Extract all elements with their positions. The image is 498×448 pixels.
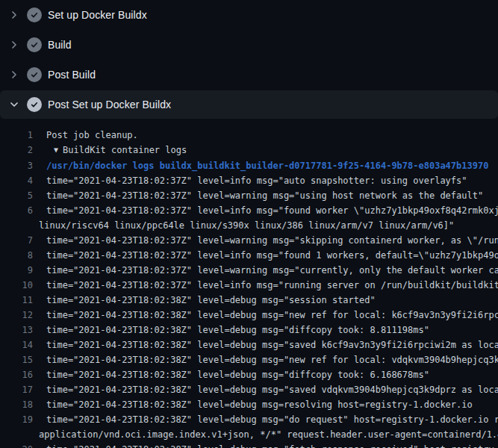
log-line-number[interactable]: 8 <box>0 248 33 263</box>
log-line: 2 ▼BuildKit container logs <box>0 143 498 158</box>
log-line-text: time="2021-04-23T18:02:38Z" level=debug … <box>39 308 498 323</box>
log-line-number[interactable]: 4 <box>0 173 33 188</box>
check-circle-icon <box>27 7 42 22</box>
log-line: 20 time="2021-04-23T18:02:38Z" level=deb… <box>0 442 498 448</box>
steps-list: Set up Docker Buildx Build Post Build Po… <box>0 0 498 119</box>
log-line: 19 time="2021-04-23T18:02:38Z" level=deb… <box>0 412 498 442</box>
log-line-text: time="2021-04-23T18:02:37Z" level=info m… <box>39 248 498 263</box>
log-container: 1 Post job cleanup. 2 ▼BuildKit containe… <box>0 128 498 448</box>
log-line-text: time="2021-04-23T18:02:37Z" level=info m… <box>39 278 498 293</box>
log-line: 18 time="2021-04-23T18:02:38Z" level=deb… <box>0 397 498 412</box>
log-line-text: time="2021-04-23T18:02:38Z" level=debug … <box>39 442 498 448</box>
step-label: Post Build <box>48 67 96 82</box>
step-post-set-up-docker-buildx[interactable]: Post Set up Docker Buildx <box>0 90 498 119</box>
log-line-number[interactable]: 9 <box>0 263 33 278</box>
log-line-text: time="2021-04-23T18:02:38Z" level=debug … <box>39 352 498 367</box>
log-line-text: time="2021-04-23T18:02:38Z" level=debug … <box>39 412 498 442</box>
log-line: 8 time="2021-04-23T18:02:37Z" level=info… <box>0 248 498 263</box>
step-label: Build <box>48 37 72 52</box>
log-line-text: time="2021-04-23T18:02:38Z" level=debug … <box>39 367 429 382</box>
log-line-number[interactable]: 18 <box>0 397 33 412</box>
chevron-right-icon <box>8 9 20 21</box>
log-line: 10 time="2021-04-23T18:02:37Z" level=inf… <box>0 278 498 293</box>
log-line-number[interactable]: 2 <box>0 143 33 158</box>
step-post-build[interactable]: Post Build <box>0 60 498 90</box>
check-circle-icon <box>27 37 42 52</box>
log-line-number[interactable]: 12 <box>0 308 33 323</box>
log-line: 16 time="2021-04-23T18:02:38Z" level=deb… <box>0 367 498 382</box>
log-line-number[interactable]: 3 <box>0 158 33 173</box>
log-line-text[interactable]: ▼BuildKit container logs <box>39 143 187 158</box>
log-line: 7 time="2021-04-23T18:02:37Z" level=warn… <box>0 233 498 248</box>
log-line: 5 time="2021-04-23T18:02:37Z" level=warn… <box>0 188 498 203</box>
log-line-number[interactable]: 1 <box>0 128 33 143</box>
log-line-number[interactable]: 5 <box>0 188 33 203</box>
log-line: 4 time="2021-04-23T18:02:37Z" level=info… <box>0 173 498 188</box>
chevron-right-icon <box>8 39 20 51</box>
log-line: 6 time="2021-04-23T18:02:37Z" level=info… <box>0 203 498 233</box>
log-line: 14 time="2021-04-23T18:02:38Z" level=deb… <box>0 337 498 352</box>
log-line-number[interactable]: 6 <box>0 203 33 233</box>
log-line-text: time="2021-04-23T18:02:38Z" level=debug … <box>39 293 376 308</box>
log-line-text: time="2021-04-23T18:02:37Z" level=info m… <box>39 173 467 188</box>
log-line-number[interactable]: 15 <box>0 352 33 367</box>
log-line-text: time="2021-04-23T18:02:37Z" level=info m… <box>39 203 498 233</box>
log-line: 3 /usr/bin/docker logs buildx_buildkit_b… <box>0 158 498 173</box>
step-label: Post Set up Docker Buildx <box>48 97 171 112</box>
log-line-number[interactable]: 14 <box>0 337 33 352</box>
log-line-number[interactable]: 13 <box>0 323 33 337</box>
actions-log-viewer: { "colors": { "page_bg": "#0b0e14", "hea… <box>0 0 498 448</box>
step-set-up-docker-buildx[interactable]: Set up Docker Buildx <box>0 0 498 30</box>
log-line-number[interactable]: 10 <box>0 278 33 293</box>
check-circle-icon <box>27 97 42 112</box>
log-line-text: time="2021-04-23T18:02:38Z" level=debug … <box>39 397 473 412</box>
log-line: 13 time="2021-04-23T18:02:38Z" level=deb… <box>0 323 498 337</box>
step-label: Set up Docker Buildx <box>48 7 147 22</box>
group-toggle-icon[interactable]: ▼ <box>46 143 58 158</box>
log-line: 1 Post job cleanup. <box>0 128 498 143</box>
log-line-text: time="2021-04-23T18:02:38Z" level=debug … <box>39 323 429 337</box>
step-build[interactable]: Build <box>0 30 498 60</box>
log-line: 17 time="2021-04-23T18:02:38Z" level=deb… <box>0 382 498 397</box>
log-line-text: Post job cleanup. <box>39 128 138 143</box>
log-line-number[interactable]: 17 <box>0 382 33 397</box>
log-line: 9 time="2021-04-23T18:02:37Z" level=warn… <box>0 263 498 278</box>
log-line: 12 time="2021-04-23T18:02:38Z" level=deb… <box>0 308 498 323</box>
log-line-text: time="2021-04-23T18:02:37Z" level=warnin… <box>39 188 483 203</box>
log-line-text: time="2021-04-23T18:02:38Z" level=debug … <box>39 382 498 397</box>
chevron-right-icon <box>8 69 20 81</box>
check-circle-icon <box>27 67 42 82</box>
log-line-number[interactable]: 19 <box>0 412 33 442</box>
log-line-number[interactable]: 11 <box>0 293 33 308</box>
log-line-number[interactable]: 7 <box>0 233 33 248</box>
log-line-text: /usr/bin/docker logs buildx_buildkit_bui… <box>39 158 488 173</box>
log-line-number[interactable]: 20 <box>0 442 33 448</box>
log-line: 15 time="2021-04-23T18:02:38Z" level=deb… <box>0 352 498 367</box>
log-line-text: time="2021-04-23T18:02:38Z" level=debug … <box>39 337 498 352</box>
chevron-down-icon <box>8 99 20 111</box>
log-line: 11 time="2021-04-23T18:02:38Z" level=deb… <box>0 293 498 308</box>
log-line-number[interactable]: 16 <box>0 367 33 382</box>
log-line-text: time="2021-04-23T18:02:37Z" level=warnin… <box>39 263 498 278</box>
log-line-text: time="2021-04-23T18:02:37Z" level=warnin… <box>39 233 498 248</box>
